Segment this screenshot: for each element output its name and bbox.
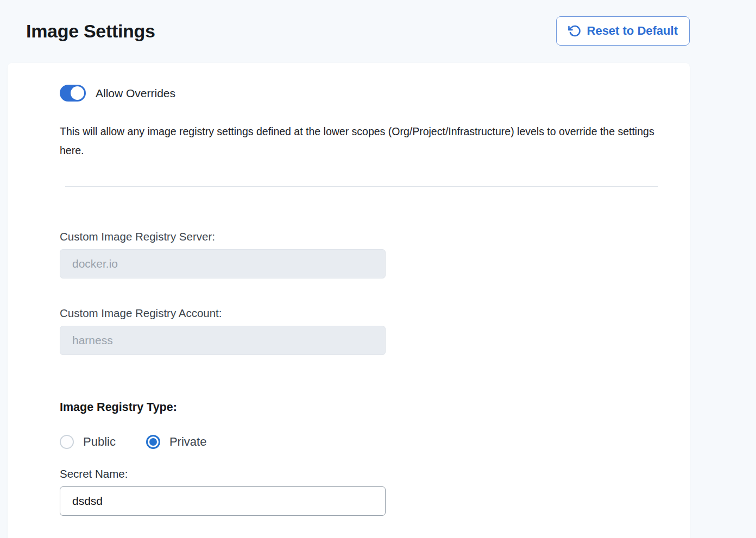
page-header: Image Settings Reset to Default — [0, 0, 756, 46]
divider — [65, 186, 658, 187]
allow-overrides-toggle[interactable] — [60, 85, 86, 102]
registry-server-label: Custom Image Registry Server: — [60, 230, 658, 243]
radio-private-icon[interactable] — [146, 435, 160, 449]
allow-overrides-label: Allow Overrides — [96, 87, 175, 100]
reset-to-default-button[interactable]: Reset to Default — [556, 16, 690, 46]
secret-name-label: Secret Name: — [60, 467, 658, 480]
radio-public-label: Public — [83, 435, 116, 449]
rotate-ccw-icon — [568, 24, 581, 37]
allow-overrides-row: Allow Overrides — [60, 85, 658, 102]
reset-button-label: Reset to Default — [587, 24, 678, 38]
registry-type-radio-group: Public Private — [60, 435, 658, 449]
overrides-description: This will allow any image registry setti… — [60, 122, 658, 160]
radio-option-public[interactable]: Public — [60, 435, 116, 449]
registry-server-input — [60, 249, 386, 279]
registry-account-input — [60, 326, 386, 355]
registry-account-label: Custom Image Registry Account: — [60, 307, 658, 320]
page-title: Image Settings — [26, 21, 155, 42]
registry-type-label: Image Registry Type: — [60, 401, 658, 414]
secret-name-input[interactable] — [60, 486, 386, 516]
radio-public-icon[interactable] — [60, 435, 74, 449]
radio-option-private[interactable]: Private — [146, 435, 206, 449]
image-settings-card: Allow Overrides This will allow any imag… — [8, 63, 690, 538]
radio-private-label: Private — [169, 435, 206, 449]
